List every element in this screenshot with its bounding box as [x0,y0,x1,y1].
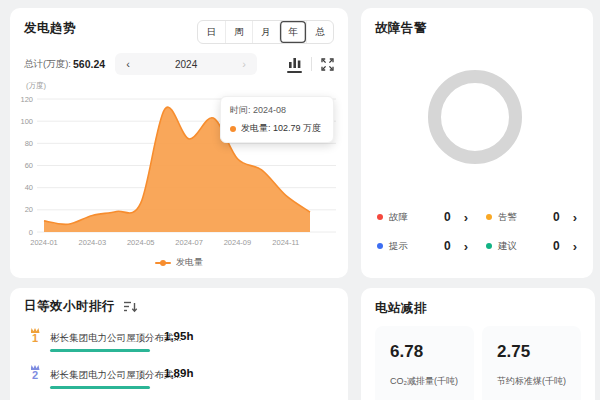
year-value: 2024 [141,59,231,70]
chevron-right-icon[interactable]: › [464,240,468,253]
suggestion-label: 建议 [498,240,553,253]
prev-year-button[interactable]: ‹ [115,53,141,75]
y-axis-tick: 60 [25,161,33,170]
sort-descending-icon[interactable] [123,301,138,313]
y-axis-tick: 100 [20,117,33,126]
tooltip-time: 时间: 2024-08 [230,104,324,117]
suggestion-dot [486,243,492,249]
ranking-list: 1 彬长集团电力公司屋顶分布式... 1.95h 2 彬长集团电力公司屋顶分布式… [24,327,334,389]
x-axis-tick: 2024-03 [79,238,107,247]
alarm-item-suggestion[interactable]: 建议 0 › [486,239,577,253]
fault-label: 故障 [389,211,444,224]
y-axis-tick: 40 [25,183,33,192]
rank-1-medal-icon: 1 [26,328,44,344]
chevron-right-icon[interactable]: › [573,211,577,224]
x-axis-tick: 2024-05 [127,238,155,247]
fault-count: 0 [444,210,451,224]
alarm-legend-grid: 故障 0 › 告警 0 › 提示 0 › 建议 0 › [375,210,579,253]
ranking-row-2[interactable]: 2 彬长集团电力公司屋顶分布式... 1.89h [24,364,334,389]
y-axis-tick: 20 [25,205,33,214]
total-label: 总计(万度): [24,58,71,71]
daily-hours-ranking-panel: 日等效小时排行 1 彬长集团电力公司屋顶分布式... 1.95h 2 彬长集团电… [10,288,348,400]
emission-reduction-panel: 电站减排 6.78 CO₂减排量(千吨) 2.75 节约标准煤(千吨) [361,288,595,400]
chevron-right-icon[interactable]: › [573,240,577,253]
empty-donut-ring [435,77,516,158]
y-axis-tick: 120 [20,95,33,104]
station-name: 彬长集团电力公司屋顶分布式... [50,369,181,380]
total-value: 560.24 [73,58,105,70]
alarm-donut-chart [375,41,589,186]
station-name: 彬长集团电力公司屋顶分布式... [50,332,181,343]
y-axis-tick: 0 [29,228,33,237]
emission-title: 电站减排 [375,300,581,317]
tab-total[interactable]: 总 [306,21,333,43]
tab-week[interactable]: 周 [225,21,252,43]
bar-chart-view-button[interactable] [287,56,302,73]
x-axis-tick: 2024-09 [224,238,252,247]
tab-month[interactable]: 月 [252,21,279,43]
period-tab-group: 日 周 月 年 总 [197,20,334,44]
hint-count: 0 [444,239,451,253]
chevron-right-icon[interactable]: › [464,211,468,224]
chart-tooltip: 时间: 2024-08 发电量: 102.79 万度 [220,96,334,143]
x-axis-tick: 2024-07 [175,238,203,247]
coal-label: 节约标准煤(千吨) [497,375,581,388]
fault-alarm-title: 故障告警 [375,20,579,37]
fullscreen-button[interactable] [321,58,334,71]
co2-label: CO₂减排量(千吨) [390,375,474,388]
alarm-item-warning[interactable]: 告警 0 › [486,210,577,224]
alarm-item-fault[interactable]: 故障 0 › [377,210,468,224]
coal-saving-card: 2.75 节约标准煤(千吨) [482,326,581,400]
generation-trend-panel: 发电趋势 日 周 月 年 总 总计(万度): 560.24 ‹ 2024 › [10,8,348,278]
ranking-title: 日等效小时排行 [24,298,115,315]
ranking-row-1[interactable]: 1 彬长集团电力公司屋顶分布式... 1.95h [24,327,334,352]
rank-progress-bar [50,386,150,389]
fullscreen-icon [321,58,334,71]
legend-item-generation[interactable]: 发电量 [24,256,334,269]
rank-2-medal-icon: 2 [26,365,44,381]
warning-count: 0 [553,210,560,224]
equivalent-hours-value: 1.89h [164,367,193,379]
x-axis-tick: 2024-11 [272,238,299,247]
year-stepper: ‹ 2024 › [115,53,257,75]
co2-value: 6.78 [390,342,474,362]
warning-dot [486,214,492,220]
generation-trend-title: 发电趋势 [24,20,76,37]
tooltip-value: 发电量: 102.79 万度 [241,122,321,135]
rank-progress-bar [50,349,150,352]
co2-reduction-card: 6.78 CO₂减排量(千吨) [375,326,474,400]
legend-line-dot-marker [155,260,171,266]
active-view-underline [287,71,302,73]
tooltip-series-dot [230,126,236,132]
hint-label: 提示 [389,240,444,253]
legend-label: 发电量 [176,256,203,269]
toolbar-divider [311,57,312,71]
coal-value: 2.75 [497,342,581,362]
alarm-item-hint[interactable]: 提示 0 › [377,239,468,253]
equivalent-hours-value: 1.95h [164,330,193,342]
fault-alarm-panel: 故障告警 故障 0 › 告警 0 › 提示 0 › 建议 0 › [361,8,593,278]
warning-label: 告警 [498,211,553,224]
tab-year[interactable]: 年 [279,21,306,43]
y-axis-unit: (万度) [26,81,46,90]
y-axis-tick: 80 [25,139,33,148]
fault-dot [377,214,383,220]
tab-day[interactable]: 日 [198,21,225,43]
hint-dot [377,243,383,249]
x-axis-tick: 2024-01 [30,238,58,247]
bar-chart-icon [288,56,302,69]
suggestion-count: 0 [553,239,560,253]
next-year-button[interactable]: › [231,53,257,75]
